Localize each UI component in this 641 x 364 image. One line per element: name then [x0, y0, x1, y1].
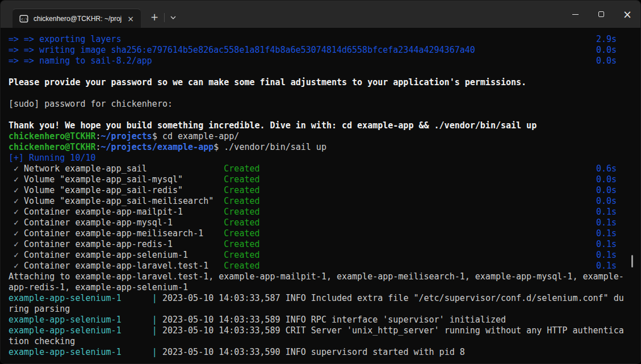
- titlebar[interactable]: c:\ chickenhero@TCKHR: ~/proje × + ×: [1, 1, 640, 28]
- terminal-text-segment: ✓: [9, 217, 24, 228]
- maximize-button[interactable]: [588, 1, 614, 28]
- terminal-line: ✓ Container example-app-selenium-1 Creat…: [9, 250, 625, 261]
- terminal-line: ✓ Network example-app_sail Created0.6s: [9, 164, 625, 174]
- terminal-text-segment: example-app-selenium-1 |: [9, 347, 162, 357]
- terminal-line: ✓ Container example-app-laravel.test-1 C…: [9, 261, 625, 271]
- terminal-text-segment: example-app-selenium-1 |: [9, 315, 162, 325]
- terminal-output[interactable]: => => exporting layers2.9s=> => writing …: [1, 28, 640, 363]
- terminal-window: c:\ chickenhero@TCKHR: ~/proje × + × => …: [0, 0, 641, 364]
- terminal-line: => => exporting layers2.9s: [9, 34, 625, 45]
- terminal-line: ✓ Container example-app-meilisearch-1 Cr…: [9, 228, 625, 239]
- terminal-text-segment: $ cd example-app/: [152, 131, 240, 141]
- terminal-text-segment: Created: [224, 261, 259, 271]
- terminal-text-segment: ✓: [9, 239, 24, 249]
- terminal-text-segment: :: [96, 131, 101, 141]
- terminal-text-segment: Volume "example-app_sail-meilisearch": [24, 196, 224, 206]
- terminal-text-segment: Created: [224, 250, 259, 260]
- terminal-text-segment: Container example-app-mailpit-1: [24, 207, 224, 217]
- terminal-text-segment: Please provide your password so we can m…: [9, 77, 526, 87]
- terminal-line: [sudo] password for chickenhero:: [9, 99, 625, 110]
- terminal-text-segment: Created: [224, 196, 259, 206]
- terminal-text-segment: Created: [224, 239, 259, 249]
- duration-value: 0.1s: [596, 239, 617, 250]
- terminal-text-segment: ✓: [9, 207, 24, 217]
- close-button[interactable]: ×: [614, 1, 640, 28]
- duration-value: 2.9s: [596, 34, 617, 45]
- terminal-text-segment: ~/projects/example-app: [101, 142, 214, 152]
- duration-value: 0.0s: [596, 196, 617, 207]
- terminal-line: ✓ Volume "example-app_sail-meilisearch" …: [9, 196, 625, 207]
- terminal-text-segment: chickenhero@TCKHR: [9, 131, 96, 141]
- duration-value: 0.1s: [596, 217, 617, 228]
- terminal-text-segment: Container example-app-selenium-1: [24, 250, 224, 260]
- minimize-button[interactable]: [562, 1, 588, 28]
- terminal-text-segment: Container example-app-mysql-1: [24, 217, 224, 228]
- terminal-text-segment: Attaching to example-app-laravel.test-1,…: [9, 271, 624, 292]
- duration-value: 0.0s: [596, 45, 617, 56]
- terminal-line: chickenhero@TCKHR:~/projects$ cd example…: [9, 131, 625, 142]
- terminal-text-segment: example-app-selenium-1 |: [9, 325, 162, 336]
- terminal-text-segment: Created: [224, 164, 259, 174]
- terminal-text-segment: Thank you! We hope you build something i…: [9, 120, 537, 131]
- terminal-text-segment: Created: [224, 174, 259, 185]
- terminal-text-segment: => => writing image sha256:e797614b5e826…: [9, 45, 475, 55]
- terminal-line: Thank you! We hope you build something i…: [9, 120, 625, 131]
- terminal-text-segment: Container example-app-meilisearch-1: [24, 228, 224, 239]
- new-tab-button[interactable]: +: [146, 9, 163, 26]
- duration-value: 0.1s: [596, 250, 617, 261]
- terminal-text-segment: ✓: [9, 196, 24, 206]
- minimize-icon: [572, 14, 579, 15]
- terminal-text-segment: ✓: [9, 250, 24, 260]
- terminal-text-segment: 2023-05-10 14:03:33,589 INFO RPC interfa…: [162, 315, 506, 325]
- terminal-line: [+] Running 10/10: [9, 153, 625, 164]
- terminal-text-segment: Container example-app-redis-1: [24, 239, 224, 249]
- duration-value: 0.6s: [596, 164, 617, 174]
- terminal-text-segment: ✓: [9, 185, 24, 195]
- terminal-text-segment: ✓: [9, 174, 24, 185]
- terminal-line: ✓ Container example-app-redis-1 Created0…: [9, 239, 625, 250]
- terminal-text-segment: Created: [224, 228, 259, 239]
- terminal-text-segment: Container example-app-laravel.test-1: [24, 261, 224, 271]
- duration-value: 0.0s: [596, 56, 617, 66]
- duration-value: 0.0s: [596, 185, 617, 196]
- duration-value: 0.0s: [596, 174, 617, 185]
- terminal-text-segment: Created: [224, 217, 259, 228]
- duration-value: 0.1s: [596, 261, 617, 271]
- duration-value: 0.1s: [596, 207, 617, 217]
- terminal-text-segment: Network example-app_sail: [24, 164, 224, 174]
- terminal-text-segment: Volume "example-app_sail-redis": [24, 185, 224, 195]
- terminal-line: [9, 110, 625, 120]
- terminal-line: example-app-selenium-1 | 2023-05-10 14:0…: [9, 293, 625, 315]
- terminal-line: ✓ Volume "example-app_sail-redis" Create…: [9, 185, 625, 196]
- tab-active[interactable]: c:\ chickenhero@TCKHR: ~/proje ×: [12, 9, 141, 28]
- terminal-line: Attaching to example-app-laravel.test-1,…: [9, 271, 625, 293]
- terminal-line: => => naming to sail-8.2/app0.0s: [9, 56, 625, 66]
- terminal-icon: c:\: [19, 14, 28, 23]
- terminal-text-segment: ✓: [9, 228, 24, 239]
- terminal-text-segment: ✓: [9, 164, 24, 174]
- scrollbar-thumb[interactable]: [631, 255, 633, 267]
- svg-text:c:\: c:\: [21, 16, 28, 21]
- terminal-line: example-app-selenium-1 | 2023-05-10 14:0…: [9, 347, 625, 358]
- terminal-text-segment: Created: [224, 185, 259, 195]
- terminal-text-segment: Volume "example-app_sail-mysql": [24, 174, 224, 185]
- chevron-down-icon: [170, 16, 176, 19]
- terminal-line: example-app-selenium-1 | 2023-05-10 14:0…: [9, 325, 625, 347]
- close-icon: ×: [623, 9, 632, 20]
- terminal-text-segment: [sudo] password for chickenhero:: [9, 99, 173, 109]
- terminal-text-segment: :: [96, 142, 101, 152]
- terminal-text-segment: [+] Running 10/10: [9, 153, 96, 163]
- terminal-text-segment: => => naming to sail-8.2/app: [9, 56, 152, 66]
- terminal-text-segment: $ ./vendor/bin/sail up: [213, 142, 326, 152]
- terminal-line: [9, 66, 625, 77]
- terminal-line: chickenhero@TCKHR:~/projects/example-app…: [9, 142, 625, 153]
- terminal-text-segment: Created: [224, 207, 259, 217]
- terminal-line: => => writing image sha256:e797614b5e826…: [9, 45, 625, 56]
- terminal-line: ✓ Volume "example-app_sail-mysql" Create…: [9, 174, 625, 185]
- duration-value: 0.1s: [596, 228, 617, 239]
- terminal-line: example-app-selenium-1 | 2023-05-10 14:0…: [9, 315, 625, 325]
- terminal-text-segment: 2023-05-10 14:03:33,590 INFO supervisord…: [162, 347, 465, 357]
- tab-dropdown-button[interactable]: [165, 9, 182, 26]
- terminal-text-segment: chickenhero@TCKHR: [9, 142, 96, 152]
- tab-close-button[interactable]: ×: [125, 13, 136, 24]
